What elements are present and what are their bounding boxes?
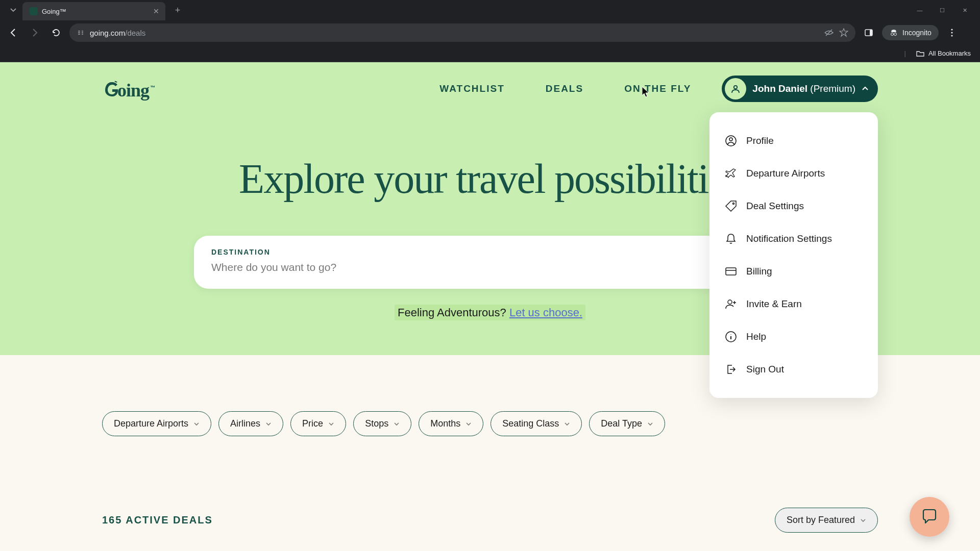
arrow-left-icon: [9, 28, 18, 37]
menu-item-label: Deal Settings: [746, 201, 804, 212]
menu-item-label: Sign Out: [746, 364, 784, 375]
svg-point-3: [894, 33, 897, 36]
tag-icon: [725, 200, 737, 212]
address-bar: going.com/deals Incognito: [0, 20, 980, 45]
destination-input[interactable]: [211, 261, 769, 273]
search-label: DESTINATION: [211, 248, 769, 256]
menu-help[interactable]: Help: [709, 320, 878, 353]
menu-item-label: Departure Airports: [746, 168, 825, 179]
let-us-choose-link[interactable]: Let us choose.: [509, 306, 582, 319]
chevron-down-icon: [860, 517, 866, 523]
chevron-down-icon: [564, 421, 570, 427]
chevron-down-icon: [394, 421, 400, 427]
menu-sign-out[interactable]: Sign Out: [709, 353, 878, 386]
window-controls: — ☐ ✕: [915, 5, 980, 15]
menu-profile[interactable]: Profile: [709, 124, 878, 157]
filter-label: Airlines: [230, 418, 260, 429]
main-nav: WATCHLIST DEALS ON THE FLY: [439, 83, 691, 94]
filter-label: Stops: [365, 418, 388, 429]
logo-mark-icon: [102, 79, 121, 98]
incognito-indicator[interactable]: Incognito: [882, 25, 939, 40]
chat-button[interactable]: [910, 497, 949, 537]
browser-tab[interactable]: Going™ ✕: [22, 2, 165, 20]
close-window-button[interactable]: ✕: [960, 5, 970, 15]
filter-airlines[interactable]: Airlines: [218, 411, 283, 436]
destination-search-card: DESTINATION: [194, 236, 786, 289]
chevron-down-icon: [465, 421, 472, 427]
logo-wordmark: oing: [117, 80, 149, 101]
side-panel-button[interactable]: [861, 24, 877, 41]
menu-item-label: Help: [746, 331, 766, 342]
side-panel-icon: [864, 28, 873, 37]
arrow-right-icon: [30, 28, 39, 37]
nav-watchlist[interactable]: WATCHLIST: [439, 83, 504, 94]
chevron-down-icon: [193, 421, 200, 427]
svg-rect-1: [870, 30, 872, 36]
all-bookmarks-link[interactable]: All Bookmarks: [928, 49, 971, 57]
incognito-label: Incognito: [902, 29, 932, 37]
svg-point-2: [891, 33, 894, 36]
user-menu-button[interactable]: John Daniel (Premium): [722, 76, 878, 102]
maximize-button[interactable]: ☐: [937, 5, 947, 15]
tab-bar: Going™ ✕ + — ☐ ✕: [0, 0, 980, 20]
filter-deal-type[interactable]: Deal Type: [589, 411, 665, 436]
logo-trademark: ™: [150, 85, 155, 90]
separator: |: [904, 49, 906, 57]
site-settings-icon[interactable]: [77, 29, 85, 37]
deals-count: 165 ACTIVE DEALS: [102, 514, 213, 526]
forward-button[interactable]: [27, 24, 43, 41]
profile-icon: [725, 135, 737, 147]
reload-button[interactable]: [48, 24, 64, 41]
svg-point-12: [728, 300, 732, 304]
tab-title: Going™: [42, 8, 152, 15]
svg-point-5: [951, 32, 952, 33]
airplane-icon: [725, 167, 737, 180]
svg-point-4: [951, 29, 952, 30]
menu-item-label: Invite & Earn: [746, 298, 802, 310]
menu-invite-earn[interactable]: Invite & Earn: [709, 288, 878, 320]
filter-label: Seating Class: [502, 418, 559, 429]
user-name-label: John Daniel (Premium): [752, 83, 855, 94]
menu-notification-settings[interactable]: Notification Settings: [709, 222, 878, 255]
minimize-button[interactable]: —: [915, 5, 925, 15]
url-field[interactable]: going.com/deals: [69, 23, 855, 42]
menu-billing[interactable]: Billing: [709, 255, 878, 288]
adventurous-text: Feeling Adventurous?: [398, 306, 509, 319]
nav-on-the-fly[interactable]: ON THE FLY: [624, 83, 691, 94]
browser-menu-button[interactable]: [944, 24, 960, 41]
chevron-down-icon: [265, 421, 272, 427]
sort-button[interactable]: Sort by Featured: [775, 508, 878, 533]
kebab-icon: [951, 29, 953, 37]
filter-price[interactable]: Price: [290, 411, 346, 436]
tabs-dropdown-button[interactable]: [7, 4, 19, 16]
tab-close-button[interactable]: ✕: [152, 7, 160, 15]
nav-deals[interactable]: DEALS: [546, 83, 583, 94]
chat-icon: [920, 508, 939, 526]
filter-months[interactable]: Months: [419, 411, 483, 436]
filter-label: Departure Airports: [114, 418, 188, 429]
favicon-icon: [30, 7, 38, 15]
chevron-down-icon: [647, 421, 653, 427]
back-button[interactable]: [5, 24, 21, 41]
reload-icon: [52, 28, 61, 37]
new-tab-button[interactable]: +: [170, 3, 185, 17]
menu-item-label: Billing: [746, 266, 772, 277]
info-icon: [725, 331, 737, 343]
page-viewport[interactable]: oing ™ WATCHLIST DEALS ON THE FLY John D…: [0, 62, 980, 551]
svg-rect-11: [726, 268, 736, 275]
menu-deal-settings[interactable]: Deal Settings: [709, 190, 878, 222]
deals-header: 165 ACTIVE DEALS Sort by Featured: [102, 508, 878, 533]
filter-stops[interactable]: Stops: [353, 411, 411, 436]
eye-off-icon[interactable]: [824, 28, 834, 38]
menu-departure-airports[interactable]: Departure Airports: [709, 157, 878, 190]
filter-departure-airports[interactable]: Departure Airports: [102, 411, 211, 436]
sort-label: Sort by Featured: [787, 515, 855, 525]
menu-item-label: Profile: [746, 135, 774, 146]
svg-point-6: [951, 35, 952, 36]
user-dropdown-menu: Profile Departure Airports Deal Settings…: [709, 112, 878, 398]
user-avatar-icon: [725, 78, 746, 99]
bookmark-star-icon[interactable]: [839, 28, 848, 37]
going-logo[interactable]: oing ™: [102, 77, 155, 101]
bell-icon: [725, 233, 737, 245]
filter-seating-class[interactable]: Seating Class: [491, 411, 582, 436]
